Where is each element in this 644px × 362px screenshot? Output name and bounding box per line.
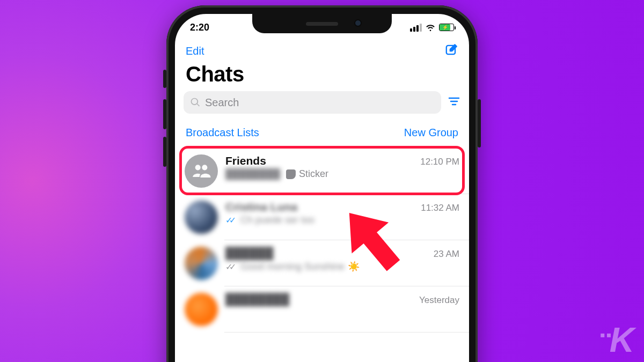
power-button: [478, 99, 481, 147]
group-avatar-icon: [185, 154, 218, 188]
blurred-preview: Ch puede ser too: [240, 215, 314, 226]
cellular-signal-icon: [410, 24, 422, 32]
chat-row[interactable]: ████████ Yesterday: [175, 286, 469, 333]
search-input[interactable]: Search: [184, 91, 441, 114]
mute-switch: [163, 70, 166, 88]
front-camera: [354, 19, 362, 27]
chat-row[interactable]: Cristina Luna 11:32 AM ✓✓ Ch puede ser t…: [175, 194, 469, 240]
chat-preview: ████████: Sticker: [225, 168, 459, 180]
broadcast-lists-link[interactable]: Broadcast Lists: [186, 127, 259, 139]
search-placeholder: Search: [205, 97, 239, 109]
volume-up-button: [163, 99, 166, 129]
chat-time: 12:10 PM: [416, 157, 459, 167]
notch: [252, 14, 392, 33]
chat-time: Yesterday: [415, 295, 459, 306]
watermark-logo: ▪▪K: [600, 320, 633, 360]
chat-row[interactable]: ██████ 23 AM ✓✓ Good morning Sunshine ☀️: [175, 240, 469, 286]
filter-icon[interactable]: [448, 95, 460, 110]
sun-emoji: ☀️: [348, 261, 360, 272]
speaker: [306, 22, 338, 26]
chat-name-blurred: ████████: [225, 293, 289, 306]
wifi-icon: [425, 22, 436, 33]
compose-icon[interactable]: [444, 43, 458, 59]
chat-preview: ✓✓ Good morning Sunshine ☀️: [225, 261, 459, 272]
avatar: [185, 201, 218, 234]
avatar: [185, 247, 218, 280]
search-icon: [190, 97, 201, 108]
chat-name: Friends: [225, 154, 266, 167]
delivered-receipt-icon: ✓✓: [225, 262, 233, 272]
page-title: Chats: [186, 62, 244, 86]
phone-frame: 2:20 ⚡ Edit: [166, 5, 478, 362]
edit-button[interactable]: Edit: [186, 45, 204, 57]
chat-time: 23 AM: [429, 249, 459, 260]
avatar: [185, 293, 218, 326]
chat-name-blurred: Cristina Luna: [225, 201, 297, 213]
chat-time: 11:32 AM: [416, 203, 459, 213]
blurred-sender: ████████:: [225, 168, 283, 180]
battery-charging-icon: ⚡: [439, 24, 454, 31]
status-time: 2:20: [190, 22, 209, 33]
phone-screen: 2:20 ⚡ Edit: [175, 14, 469, 362]
chat-name-blurred: ██████: [225, 247, 273, 260]
chat-preview: ✓✓ Ch puede ser too: [225, 215, 459, 226]
new-group-link[interactable]: New Group: [404, 127, 458, 139]
preview-suffix: Sticker: [299, 168, 328, 180]
read-receipt-icon: ✓✓: [225, 215, 233, 225]
sticker-icon: [286, 169, 296, 179]
chat-list: Friends 12:10 PM ████████: Sticker Crist…: [175, 148, 469, 333]
volume-down-button: [163, 137, 166, 167]
blurred-preview: Good morning Sunshine: [240, 261, 345, 272]
chat-row-friends[interactable]: Friends 12:10 PM ████████: Sticker: [175, 148, 469, 194]
